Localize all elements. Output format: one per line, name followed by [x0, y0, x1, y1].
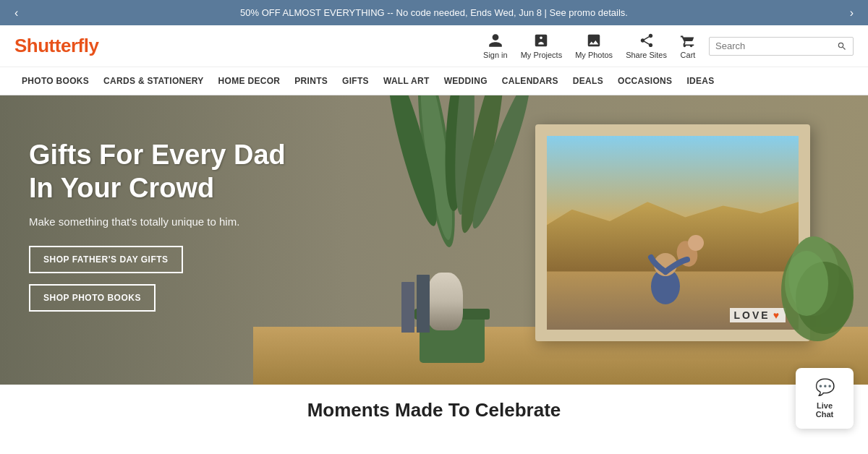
- book-2: [417, 275, 430, 333]
- nav-ideas[interactable]: IDEAS: [679, 67, 721, 95]
- promo-text: 50% OFF ALMOST EVERYTHING -- No code nee…: [240, 7, 628, 18]
- photos-icon: [586, 33, 602, 48]
- svg-point-12: [688, 235, 704, 251]
- nav-calendars[interactable]: CALENDARS: [495, 67, 566, 95]
- header: Shutterfly Sign in My Projects My Photos…: [0, 25, 868, 67]
- main-nav: PHOTO BOOKS CARDS & STATIONERY HOME DECO…: [0, 67, 868, 95]
- cart-button[interactable]: Cart: [680, 33, 696, 59]
- photo-people: [615, 218, 731, 304]
- tagline-text: Moments Made To Celebrate: [307, 399, 561, 421]
- cart-icon: [680, 33, 696, 48]
- sign-in-label: Sign in: [483, 51, 508, 59]
- search-icon: [837, 40, 847, 52]
- promo-prev-button[interactable]: ‹: [7, 7, 25, 20]
- my-projects-label: My Projects: [521, 51, 562, 59]
- nav-prints[interactable]: PRINTS: [287, 67, 335, 95]
- header-icons: Sign in My Projects My Photos Share Site…: [483, 33, 854, 59]
- projects-icon: [533, 33, 549, 48]
- photo-frame-inner: LOVE♥: [547, 136, 799, 330]
- share-icon: [639, 33, 655, 48]
- hero-subtitle: Make something that's totally unique to …: [29, 215, 304, 228]
- sign-in-button[interactable]: Sign in: [483, 33, 508, 59]
- nav-occasions[interactable]: OCCASIONS: [610, 67, 679, 95]
- chat-icon: 💬: [815, 378, 835, 397]
- nav-wall-art[interactable]: WALL ART: [376, 67, 437, 95]
- cart-label: Cart: [681, 51, 696, 59]
- my-photos-label: My Photos: [575, 51, 613, 59]
- nav-deals[interactable]: DEALS: [566, 67, 610, 95]
- live-chat-label: Live Chat: [809, 401, 841, 419]
- nav-home-decor[interactable]: HOME DECOR: [211, 67, 288, 95]
- share-sites-label: Share Sites: [626, 51, 667, 59]
- nav-cards-stationery[interactable]: CARDS & STATIONERY: [96, 67, 211, 95]
- shop-fathers-day-button[interactable]: SHOP FATHER'S DAY GIFTS: [29, 246, 183, 273]
- svg-point-16: [785, 251, 828, 316]
- shop-photo-books-button[interactable]: SHOP PHOTO BOOKS: [29, 284, 156, 312]
- logo[interactable]: Shutterfly: [14, 35, 98, 57]
- vase-decoration: [427, 273, 463, 330]
- hero-buttons: SHOP FATHER'S DAY GIFTS SHOP PHOTO BOOKS: [29, 246, 304, 312]
- photo-frame: LOVE♥: [535, 124, 810, 341]
- promo-bar: ‹ 50% OFF ALMOST EVERYTHING -- No code n…: [0, 0, 868, 25]
- nav-wedding[interactable]: WEDDING: [437, 67, 495, 95]
- live-chat-button[interactable]: 💬 Live Chat: [796, 368, 854, 429]
- hero-title: Gifts For Every Dad In Your Crowd: [29, 139, 304, 205]
- nav-photo-books[interactable]: PHOTO BOOKS: [14, 67, 96, 95]
- book-1: [401, 282, 414, 333]
- share-sites-button[interactable]: Share Sites: [626, 33, 667, 59]
- nav-gifts[interactable]: GIFTS: [335, 67, 376, 95]
- right-plant: [774, 218, 861, 348]
- promo-next-button[interactable]: ›: [843, 7, 861, 20]
- hero-content: Gifts For Every Dad In Your Crowd Make s…: [29, 139, 304, 312]
- person-icon: [488, 33, 503, 48]
- my-projects-button[interactable]: My Projects: [521, 33, 562, 59]
- my-photos-button[interactable]: My Photos: [575, 33, 613, 59]
- hero-section: LOVE♥ Gifts For Every Dad In Your Crowd …: [0, 95, 868, 385]
- books-decoration: [401, 275, 430, 333]
- search-bar[interactable]: [709, 37, 854, 56]
- search-input[interactable]: [715, 40, 837, 51]
- bottom-tagline: Moments Made To Celebrate: [0, 385, 868, 436]
